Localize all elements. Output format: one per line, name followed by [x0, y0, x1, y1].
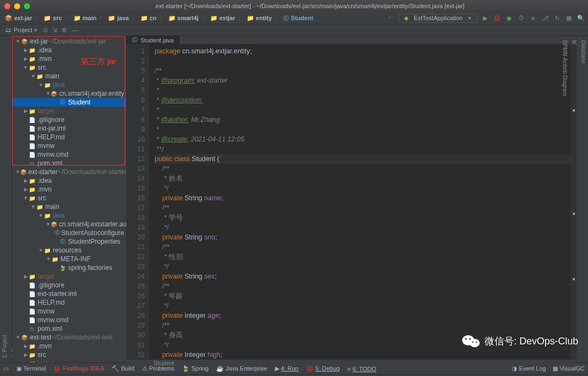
tree-row[interactable]: ▼📁main	[12, 202, 126, 211]
tree-row[interactable]: ⒸStudentProperties	[12, 237, 126, 246]
settings-icon[interactable]: ▦	[565, 14, 573, 22]
select-opened-icon[interactable]: ⊙	[41, 27, 50, 34]
svg-point-4	[472, 342, 473, 343]
btn-todo[interactable]: ≡ 6: TODO	[347, 366, 376, 372]
btn-run[interactable]: ▶ 4: Run	[275, 365, 298, 372]
project-tree[interactable]: 第三方 jar ▼📦ext-jar ~/Downloads/ext-jar▶📁.…	[12, 36, 126, 362]
window-title: ext-starter [~/Downloads/ext-starter] - …	[36, 3, 584, 9]
tree-row[interactable]: ⒸStudent	[12, 98, 126, 107]
stop-icon[interactable]: ■	[529, 14, 537, 22]
search-everywhere-icon[interactable]: 🔍	[577, 14, 585, 22]
btn-problems[interactable]: ⚠ Problems	[142, 365, 175, 372]
bc-7[interactable]: 📁 entity	[245, 15, 273, 22]
tree-row[interactable]: ▶📁src	[12, 350, 126, 359]
titlebar: ext-starter [~/Downloads/ext-starter] - …	[0, 0, 588, 12]
btn-eventlog[interactable]: ◑ Event Log	[512, 365, 546, 372]
tree-row[interactable]: ▼📁resources	[12, 246, 126, 255]
tree-row[interactable]: ▼📦ext-test ~/Downloads/ext-test	[12, 333, 126, 342]
back-icon[interactable]: ↶	[387, 14, 394, 22]
tree-row[interactable]: 📄.gitignore	[12, 115, 126, 124]
tree-row[interactable]: ▼📁src	[12, 194, 126, 202]
tree-row[interactable]: ▼📦cn.smart4j.extstarter.aut	[12, 220, 126, 229]
tree-row[interactable]: ▶📁target	[12, 272, 126, 281]
tree-row[interactable]: 📄HELP.md	[12, 298, 126, 307]
bc-3[interactable]: 📁 java	[106, 15, 130, 22]
svg-point-3	[469, 338, 471, 340]
bc-4[interactable]: 📁 cn	[139, 15, 158, 22]
tree-row[interactable]: 📄.gitignore	[12, 281, 126, 289]
code-editor[interactable]: 1234567891011121314151617181920212223242…	[126, 44, 576, 360]
btn-build[interactable]: 🔨 Build	[112, 365, 134, 372]
tree-row[interactable]: 📄mvnw.cmd	[12, 316, 126, 324]
tree-row[interactable]: 🍃spring.factories	[12, 263, 126, 272]
bc-2[interactable]: 📁 main	[72, 15, 99, 22]
tree-row[interactable]: 📄mvnw	[12, 307, 126, 316]
git-icon[interactable]: ⎇	[541, 14, 549, 22]
code-area[interactable]: package cn.smart4j.extjar.entity;/** * @…	[149, 44, 571, 360]
svg-point-5	[476, 342, 477, 343]
coverage-icon[interactable]: ◉	[505, 14, 513, 22]
run-config-selector[interactable]: ◆ExtTestApplication▾	[399, 14, 477, 23]
btn-terminal[interactable]: ▣ Terminal	[16, 365, 46, 372]
tree-row[interactable]: ▼📁main	[12, 72, 126, 81]
maximize-window-icon[interactable]	[24, 3, 30, 9]
tree-row[interactable]: ▼📁META-INF	[12, 255, 126, 263]
bc-0[interactable]: 📦 ext-jar	[3, 15, 34, 22]
btn-spring[interactable]: 🍃 Spring	[182, 365, 209, 372]
tree-row[interactable]: 📄ext-jar.iml	[12, 124, 126, 133]
tree-row[interactable]: ▶📁.mvn	[12, 342, 126, 350]
bc-5[interactable]: 📁 smart4j	[167, 15, 200, 22]
left-stripe: 1: Project 2: Favorites Web 7: Structure	[0, 36, 12, 362]
profiler-icon[interactable]: ⏱	[517, 14, 525, 22]
tab-student[interactable]: Ⓒ Student.java	[126, 36, 180, 44]
project-view-label[interactable]: Project	[14, 27, 32, 33]
stripe-project[interactable]: 1: Project	[0, 36, 9, 362]
tree-row[interactable]: ▶📁target	[12, 107, 126, 115]
bc-6[interactable]: 📁 extjar	[209, 15, 237, 22]
gear-icon[interactable]: ⚙	[59, 27, 69, 34]
tree-row[interactable]: ▼📁java	[12, 81, 126, 89]
tree-row[interactable]: ▶📁.mvn	[12, 185, 126, 194]
tree-row[interactable]: 📄HELP.md	[12, 133, 126, 141]
error-stripe[interactable]	[571, 44, 576, 360]
tree-row[interactable]: 📄mvnw.cmd	[12, 150, 126, 159]
tree-row[interactable]: ▶📁.idea	[12, 176, 126, 185]
svg-point-2	[465, 338, 467, 340]
tree-row[interactable]: mpom.xml	[12, 324, 126, 333]
run-icon[interactable]: ▶	[481, 14, 489, 22]
project-view-icon: 🗂	[5, 27, 11, 33]
hide-bottom-icon[interactable]: ▭	[3, 365, 9, 372]
tree-row[interactable]: mpom.xml	[12, 159, 126, 168]
tree-row[interactable]: 📄ext-starter.iml	[12, 289, 126, 298]
svg-point-1	[469, 339, 480, 347]
bc-1[interactable]: 📁 src	[42, 15, 64, 22]
btn-findbugs[interactable]: 🐞 FindBugs-IDEA	[53, 365, 104, 372]
tree-row[interactable]: ⒸStudentAutoconfigure	[12, 229, 126, 237]
bc-8[interactable]: Ⓒ Student	[281, 14, 315, 22]
minimize-window-icon[interactable]	[14, 3, 20, 9]
annotation-label: 第三方 jar	[81, 57, 117, 67]
tree-row[interactable]: ▼📦cn.smart4j.extjar.entity	[12, 89, 126, 98]
btn-javaee[interactable]: ☕ Java Enterprise	[216, 365, 267, 372]
tab-label: Student.java	[140, 37, 174, 44]
expand-icon[interactable]: ⇲	[50, 27, 59, 34]
btn-debug[interactable]: 🐞 5: Debug	[306, 365, 340, 372]
close-window-icon[interactable]	[4, 3, 10, 9]
editor-tabs: Ⓒ Student.java	[126, 36, 576, 44]
class-icon: Ⓒ	[132, 36, 138, 44]
watermark: 微信号: DevOps-Club	[462, 334, 578, 349]
tree-row[interactable]: 📄mvnw	[12, 141, 126, 150]
project-tool-header: 🗂 Project ▾ ⊙ ⇲ ⚙ —	[0, 24, 588, 36]
navigation-bar: 📦 ext-jar〉 📁 src〉 📁 main〉 📁 java〉 📁 cn〉 …	[0, 12, 588, 24]
tree-row[interactable]: ▼📁java	[12, 211, 126, 220]
tree-row[interactable]: ▼📦ext-starter ~/Downloads/ext-starter	[12, 168, 126, 176]
btn-visualgc[interactable]: ▦ VisualGC	[553, 365, 585, 372]
tree-row[interactable]: ▼📦ext-jar ~/Downloads/ext-jar	[12, 37, 126, 46]
update-icon[interactable]: ↻	[553, 14, 561, 22]
stripe-database[interactable]: Database	[579, 36, 588, 362]
debug-icon[interactable]: 🐞	[493, 14, 501, 22]
right-stripe: Database Maven BPMN-Activiti-Diagram	[576, 36, 588, 362]
tree-row[interactable]: ▶📁.idea	[12, 46, 126, 54]
tree-row[interactable]: ▶📁target	[12, 359, 126, 362]
hide-icon[interactable]: —	[69, 27, 79, 33]
